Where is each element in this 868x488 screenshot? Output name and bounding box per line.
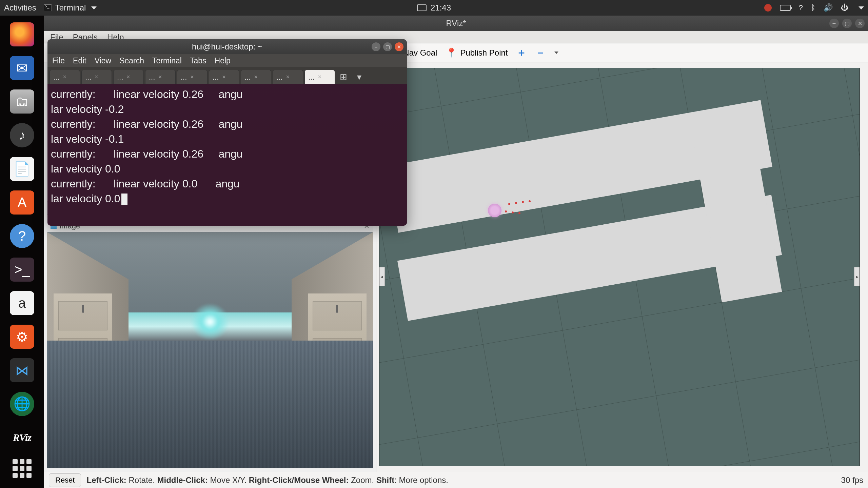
gnome-top-bar: Activities Terminal 21:43 ? ᛒ 🔊 ⏻ (0, 0, 868, 16)
terminal-tab[interactable]: ...× (241, 70, 271, 84)
dock-settings[interactable]: ⚙ (10, 325, 34, 349)
help-icon[interactable]: ? (799, 3, 803, 12)
dock-terminal[interactable]: >_ (10, 258, 34, 282)
rviz-3d-view[interactable]: ◂ ▸ (379, 68, 860, 466)
tab-close-icon[interactable]: × (318, 74, 321, 81)
terminal-menu-file[interactable]: File (52, 56, 65, 65)
rviz-titlebar[interactable]: RViz* – ▢ ✕ (44, 16, 868, 31)
tab-close-icon[interactable]: × (190, 74, 194, 81)
terminal-tab-active[interactable]: ...× (304, 70, 335, 84)
terminal-tab[interactable]: ...× (177, 70, 208, 84)
terminal-menu-help[interactable]: Help (215, 56, 231, 65)
rviz-close-button[interactable]: ✕ (855, 19, 865, 28)
dock-thunderbird[interactable]: ✉ (10, 56, 34, 80)
robot-pose-marker (488, 204, 501, 217)
pin-icon: 📍 (446, 47, 457, 58)
tab-close-icon[interactable]: × (63, 74, 66, 81)
terminal-menu-view[interactable]: View (95, 56, 111, 65)
terminal-cursor (121, 194, 127, 205)
fps-indicator: 30 fps (841, 475, 863, 485)
terminal-output[interactable]: currently: linear velocity 0.26 angu lar… (47, 84, 407, 226)
terminal-tab-menu-chevron-icon[interactable]: ▾ (352, 70, 366, 84)
dock-help[interactable]: ? (10, 224, 34, 248)
terminal-title: hui@hui-desktop: ~ (192, 42, 262, 52)
terminal-tab[interactable]: ...× (50, 70, 80, 84)
terminal-new-tab-button[interactable]: ⊞ (336, 70, 351, 84)
dock-libreoffice-writer[interactable]: 📄 (10, 157, 34, 181)
dock-firefox[interactable] (10, 22, 34, 46)
active-app-label: Terminal (55, 3, 86, 13)
activities-button[interactable]: Activities (4, 3, 36, 13)
terminal-menu-tabs[interactable]: Tabs (190, 56, 206, 65)
dock-amazon[interactable]: a (10, 291, 34, 315)
screen-record-indicator[interactable] (764, 4, 772, 12)
terminal-tabstrip: ...× ...× ...× ...× ...× ...× ...× ...× … (47, 67, 407, 84)
dock-show-applications[interactable] (13, 459, 32, 478)
terminal-window[interactable]: hui@hui-desktop: ~ – ▢ ✕ File Edit View … (47, 39, 407, 226)
terminal-menu-edit[interactable]: Edit (73, 56, 86, 65)
rviz-minimize-button[interactable]: – (829, 19, 839, 28)
ubuntu-dock: ✉ 🗂 ♪ 📄 A ? >_ a ⚙ ⋈ 🌐 RViz (0, 16, 44, 488)
system-menu-chevron-icon[interactable] (859, 6, 864, 9)
terminal-tab[interactable]: ...× (145, 70, 176, 84)
tab-close-icon[interactable]: × (126, 74, 130, 81)
tab-close-icon[interactable]: × (222, 74, 226, 81)
terminal-menu-search[interactable]: Search (119, 56, 144, 65)
tab-close-icon[interactable]: × (158, 74, 162, 81)
keyboard-icon (417, 4, 427, 11)
chevron-down-icon (91, 6, 97, 9)
tab-close-icon[interactable]: × (254, 74, 258, 81)
terminal-maximize-button[interactable]: ▢ (383, 42, 392, 51)
dock-browser[interactable]: 🌐 (10, 392, 34, 416)
dock-vscode[interactable]: ⋈ (10, 358, 34, 382)
terminal-close-button[interactable]: ✕ (395, 42, 403, 51)
terminal-tab[interactable]: ...× (209, 70, 239, 84)
dock-rhythmbox[interactable]: ♪ (10, 123, 34, 147)
rviz-title: RViz* (446, 19, 466, 28)
bluetooth-icon[interactable]: ᛒ (811, 3, 815, 12)
dock-ubuntu-software[interactable]: A (10, 190, 34, 215)
dock-rviz[interactable]: RViz (10, 426, 34, 450)
terminal-menubar: File Edit View Search Terminal Tabs Help (47, 54, 407, 67)
terminal-titlebar[interactable]: hui@hui-desktop: ~ – ▢ ✕ (47, 39, 407, 54)
right-panel-toggle[interactable]: ▸ (854, 267, 860, 286)
tool-remove-icon[interactable]: － (535, 46, 546, 60)
camera-image-view[interactable] (47, 232, 373, 468)
left-panel-toggle[interactable]: ◂ (379, 267, 385, 286)
battery-icon (780, 5, 791, 11)
tool-publish-point[interactable]: 📍 Publish Point (446, 47, 508, 58)
terminal-menu-terminal[interactable]: Terminal (152, 56, 182, 65)
active-app-indicator[interactable]: Terminal (44, 3, 97, 13)
volume-icon[interactable]: 🔊 (824, 3, 833, 12)
terminal-icon (44, 4, 52, 11)
terminal-minimize-button[interactable]: – (372, 42, 380, 51)
clock[interactable]: 21:43 (431, 3, 451, 13)
dock-files[interactable]: 🗂 (10, 89, 34, 114)
reset-button[interactable]: Reset (49, 473, 81, 487)
terminal-tab[interactable]: ...× (81, 70, 112, 84)
chevron-down-icon[interactable] (554, 52, 558, 54)
power-icon[interactable]: ⏻ (841, 3, 848, 12)
terminal-tab[interactable]: ...× (273, 70, 303, 84)
tab-close-icon[interactable]: × (286, 74, 290, 81)
terminal-tab[interactable]: ...× (113, 70, 144, 84)
rviz-maximize-button[interactable]: ▢ (842, 19, 852, 28)
tab-close-icon[interactable]: × (95, 74, 98, 81)
tool-add-icon[interactable]: ＋ (516, 46, 527, 60)
rviz-status-bar: Reset Left-Click: Rotate. Middle-Click: … (44, 472, 868, 488)
image-panel: Image ✕ (47, 220, 373, 468)
